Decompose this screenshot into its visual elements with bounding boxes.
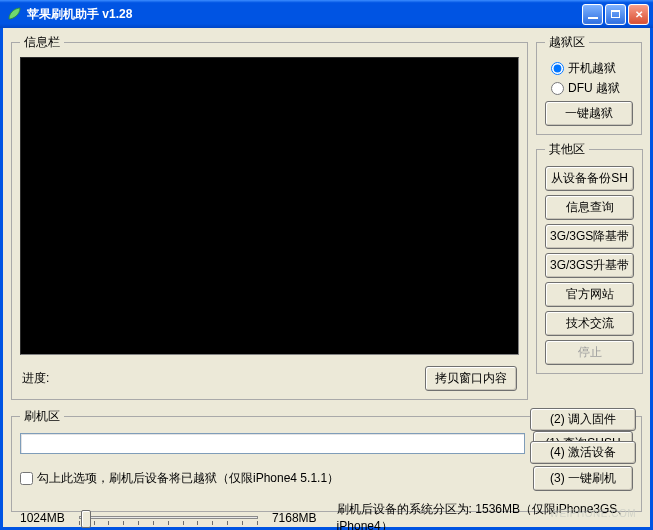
- progress-label: 进度:: [22, 370, 49, 387]
- jailbreak-after-flash-label: 勾上此选项，刷机后设备将已越狱（仅限iPhone4 5.1.1）: [37, 470, 339, 487]
- firmware-path-input[interactable]: [20, 433, 525, 454]
- jailbreak-after-flash-checkbox[interactable]: [20, 472, 33, 485]
- radio-dfu-jailbreak[interactable]: DFU 越狱: [551, 80, 633, 97]
- partition-min-label: 1024MB: [20, 511, 65, 525]
- other-panel: 其他区 从设备备份SH 信息查询 3G/3GS降基带 3G/3GS升基带 官方网…: [536, 141, 643, 374]
- watermark: WEIPHONE.COM: [549, 508, 636, 519]
- maximize-button[interactable]: [605, 4, 626, 25]
- minimize-button[interactable]: [582, 4, 603, 25]
- one-key-jailbreak-button[interactable]: 一键越狱: [545, 101, 633, 126]
- close-button[interactable]: ✕: [628, 4, 649, 25]
- partition-slider-thumb[interactable]: [81, 510, 91, 528]
- downgrade-baseband-button[interactable]: 3G/3GS降基带: [545, 224, 634, 249]
- tech-exchange-button[interactable]: 技术交流: [545, 311, 634, 336]
- one-key-flash-button[interactable]: (3) 一键刷机: [533, 466, 633, 491]
- flash-legend: 刷机区: [20, 408, 64, 425]
- window-title: 苹果刷机助手 v1.28: [27, 6, 582, 23]
- radio-dfu-jailbreak-input[interactable]: [551, 82, 564, 95]
- radio-boot-jailbreak-label: 开机越狱: [568, 60, 616, 77]
- radio-dfu-jailbreak-label: DFU 越狱: [568, 80, 620, 97]
- radio-boot-jailbreak-input[interactable]: [551, 62, 564, 75]
- upgrade-baseband-button[interactable]: 3G/3GS升基带: [545, 253, 634, 278]
- info-panel: 信息栏 进度: 拷贝窗口内容: [11, 34, 528, 400]
- other-legend: 其他区: [545, 141, 589, 158]
- partition-slider[interactable]: [73, 507, 264, 529]
- jailbreak-legend: 越狱区: [545, 34, 589, 51]
- info-query-button[interactable]: 信息查询: [545, 195, 634, 220]
- radio-boot-jailbreak[interactable]: 开机越狱: [551, 60, 633, 77]
- info-panel-legend: 信息栏: [20, 34, 64, 51]
- copy-window-button[interactable]: 拷贝窗口内容: [425, 366, 517, 391]
- info-console: [20, 57, 519, 355]
- activate-device-button[interactable]: (4) 激活设备: [530, 441, 636, 464]
- backup-shsh-button[interactable]: 从设备备份SH: [545, 166, 634, 191]
- official-site-button[interactable]: 官方网站: [545, 282, 634, 307]
- partition-max-label: 7168MB: [272, 511, 317, 525]
- titlebar: 苹果刷机助手 v1.28 ✕: [0, 0, 653, 28]
- load-firmware-button[interactable]: (2) 调入固件: [530, 408, 636, 431]
- leaf-icon: [6, 6, 22, 22]
- jailbreak-panel: 越狱区 开机越狱 DFU 越狱 一键越狱: [536, 34, 642, 135]
- stop-button[interactable]: 停止: [545, 340, 634, 365]
